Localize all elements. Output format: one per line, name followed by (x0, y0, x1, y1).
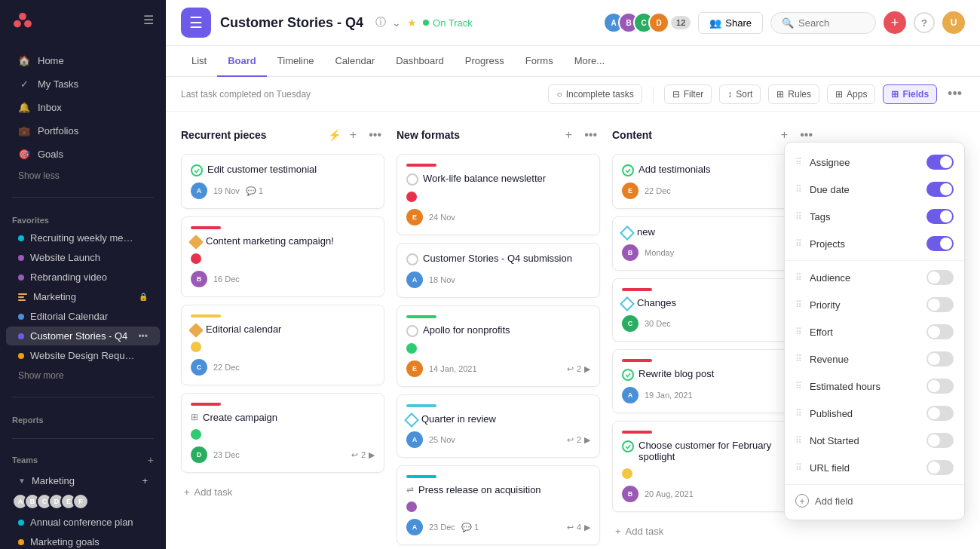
filter-button[interactable]: ⊟ Filter (664, 84, 712, 104)
card-title-text: Content marketing campaign! (206, 235, 334, 247)
tab-forms[interactable]: Forms (515, 46, 564, 77)
sidebar-item-inbox[interactable]: 🔔 Inbox (6, 96, 160, 118)
incomplete-tasks-button[interactable]: ○ Incomplete tasks (548, 84, 642, 104)
tab-progress[interactable]: Progress (455, 46, 515, 77)
card-edit-testimonial[interactable]: Edit customer testimonial A 19 Nov 💬 1 (181, 154, 384, 209)
sidebar-item-fav-3[interactable]: Rebranding video (6, 268, 160, 287)
sidebar-item-my-tasks[interactable]: ✓ My Tasks (6, 72, 160, 95)
column-more-button[interactable]: ••• (797, 127, 816, 143)
card-quarter-review[interactable]: Quarter in review A 25 Nov ↩2 ▶ (397, 394, 600, 458)
apps-button[interactable]: ⊞ Apps (827, 84, 875, 104)
show-less-button[interactable]: Show less (6, 167, 160, 185)
add-column-button[interactable]: + (562, 127, 575, 143)
search-input[interactable] (798, 17, 859, 29)
audience-toggle[interactable] (926, 270, 954, 285)
published-toggle[interactable] (926, 406, 954, 421)
card-editorial-calendar[interactable]: Editorial calendar C 22 Dec (181, 305, 384, 385)
tag-dot (622, 468, 632, 479)
chevron-down-icon[interactable]: ⌄ (392, 17, 401, 29)
add-field-button[interactable]: + Add field (785, 488, 964, 514)
sidebar-item-fav-4[interactable]: Marketing 🔒 (6, 287, 160, 306)
fields-item-published[interactable]: ⠿ Published (785, 400, 964, 427)
tab-dashboard[interactable]: Dashboard (385, 46, 455, 77)
tab-more[interactable]: More... (564, 46, 615, 77)
help-button[interactable]: ? (914, 12, 935, 33)
team-item-marketing[interactable]: ▼ Marketing + (6, 471, 160, 490)
fields-item-effort[interactable]: ⠿ Effort (785, 318, 964, 345)
fields-item-revenue[interactable]: ⠿ Revenue (785, 345, 964, 373)
create-button[interactable]: + (884, 11, 906, 34)
fields-item-assignee[interactable]: ⠿ Assignee (785, 149, 964, 176)
projects-toggle[interactable] (926, 236, 954, 251)
fields-item-tags[interactable]: ⠿ Tags (785, 203, 964, 230)
fields-item-url[interactable]: ⠿ URL field (785, 454, 964, 481)
fields-item-audience[interactable]: ⠿ Audience (785, 264, 964, 291)
add-to-team-button[interactable]: + (142, 475, 148, 486)
assignee-toggle[interactable] (926, 155, 954, 170)
user-avatar[interactable]: U (942, 11, 965, 34)
sidebar-item-annual[interactable]: Annual conference plan (6, 513, 160, 532)
sort-button[interactable]: ↕ Sort (719, 84, 761, 104)
sidebar-item-home[interactable]: 🏠 Home (6, 49, 160, 72)
url-field-toggle[interactable] (926, 460, 954, 475)
column-more-button[interactable]: ••• (366, 127, 384, 143)
revenue-toggle[interactable] (926, 351, 954, 367)
card-create-campaign[interactable]: ⊞ Create campaign D 23 Dec ↩2 ▶ (181, 393, 384, 473)
estimated-hours-toggle[interactable] (926, 379, 954, 394)
main-content: ☰ Customer Stories - Q4 ⓘ ⌄ ★ On Track A… (166, 0, 980, 549)
tab-timeline[interactable]: Timeline (267, 46, 325, 77)
fields-item-not-started[interactable]: ⠿ Not Started (785, 427, 964, 454)
lock-icon: 🔒 (139, 293, 148, 301)
task-check[interactable] (406, 325, 418, 337)
not-started-toggle[interactable] (926, 433, 954, 448)
hamburger-icon[interactable]: ☰ (143, 13, 154, 27)
task-check[interactable] (191, 164, 203, 176)
due-date-toggle[interactable] (926, 182, 954, 197)
more-options-button[interactable]: ••• (945, 83, 965, 105)
add-task-button[interactable]: + Add task (612, 520, 816, 543)
fields-button[interactable]: ⊞ Fields (883, 84, 937, 104)
share-button[interactable]: 👥 Share (698, 12, 763, 34)
sidebar-item-fav-6[interactable]: Customer Stories - Q4 ••• (6, 327, 160, 345)
column-title: New formats (397, 129, 556, 141)
sidebar-item-marketing-goals[interactable]: Marketing goals (6, 532, 160, 549)
sidebar-item-portfolios[interactable]: 💼 Portfolios (6, 119, 160, 142)
card-press-release[interactable]: ⇌ Press release on acquisition A 23 Dec … (397, 465, 600, 545)
card-content-marketing[interactable]: Content marketing campaign! B 16 Dec (181, 216, 384, 297)
sidebar-item-fav-2[interactable]: Website Launch (6, 248, 160, 267)
tab-board[interactable]: Board (217, 46, 267, 77)
info-icon[interactable]: ⓘ (375, 16, 386, 29)
avatar: B (622, 244, 639, 261)
sidebar-item-fav-7[interactable]: Website Design Reque... (6, 346, 160, 365)
fields-item-estimated-hours[interactable]: ⠿ Estimated hours (785, 373, 964, 400)
show-more-button[interactable]: Show more (6, 367, 160, 385)
priority-toggle[interactable] (926, 297, 954, 312)
add-column-button[interactable]: + (347, 127, 360, 143)
search-bar[interactable]: 🔍 (770, 12, 876, 34)
column-more-button[interactable]: ••• (581, 127, 600, 143)
fields-item-projects[interactable]: ⠿ Projects (785, 230, 964, 257)
card-work-life[interactable]: Work-life balance newsletter E 24 Nov (397, 154, 600, 235)
fields-item-priority[interactable]: ⠿ Priority (785, 291, 964, 318)
asana-logo (12, 9, 33, 30)
task-check[interactable] (622, 440, 634, 452)
effort-toggle[interactable] (926, 324, 954, 339)
card-apollo[interactable]: Apollo for nonprofits E 14 Jan, 2021 ↩2 … (397, 305, 600, 387)
task-check[interactable] (622, 369, 634, 381)
tags-toggle[interactable] (926, 209, 954, 224)
task-check[interactable] (622, 164, 634, 176)
sidebar-item-fav-1[interactable]: Recruiting weekly mee... (6, 228, 160, 247)
fields-item-due-date[interactable]: ⠿ Due date (785, 176, 964, 203)
rules-button[interactable]: ⊞ Rules (768, 84, 819, 104)
star-icon[interactable]: ★ (407, 17, 417, 29)
task-check[interactable] (406, 173, 418, 186)
add-task-button[interactable]: + Add task (181, 480, 384, 504)
tab-calendar[interactable]: Calendar (324, 46, 385, 77)
sidebar-item-goals[interactable]: 🎯 Goals (6, 143, 160, 165)
tab-list[interactable]: List (181, 46, 217, 77)
card-customer-stories-sub[interactable]: Customer Stories - Q4 submission A 18 No… (397, 243, 600, 298)
sidebar-item-fav-5[interactable]: Editorial Calendar (6, 307, 160, 326)
add-team-button[interactable]: + (148, 454, 154, 466)
task-check[interactable] (406, 253, 418, 265)
add-column-button[interactable]: + (778, 127, 791, 143)
